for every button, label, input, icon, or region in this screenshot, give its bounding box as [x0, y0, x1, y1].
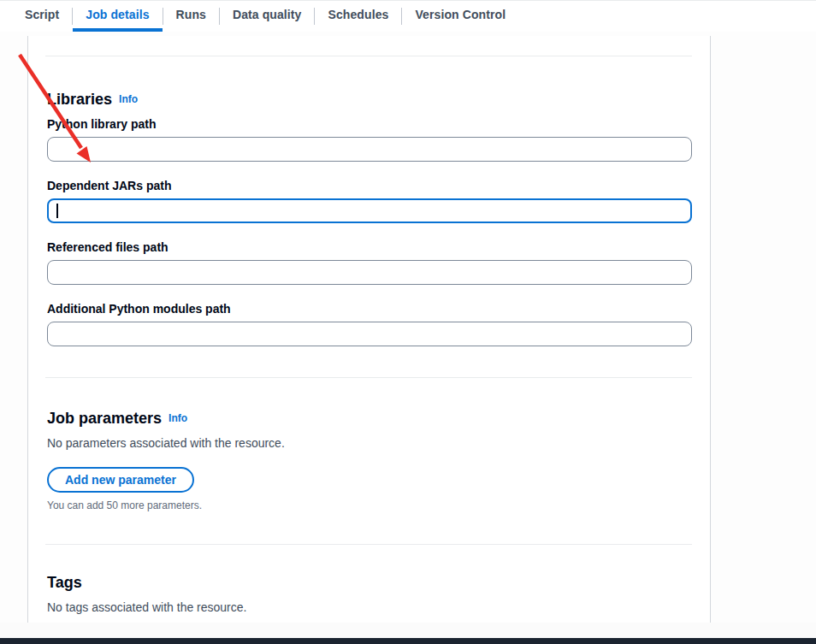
section-divider [45, 56, 692, 56]
add-new-parameter-button[interactable]: Add new parameter [47, 467, 194, 493]
tab-bar: Script Job details Runs Data quality Sch… [0, 1, 816, 32]
libraries-heading: Libraries [47, 90, 112, 109]
console-footer-bar [0, 638, 816, 644]
tab-runs[interactable]: Runs [163, 1, 219, 32]
tab-data-quality[interactable]: Data quality [220, 1, 315, 32]
tab-version-control[interactable]: Version Control [402, 1, 518, 32]
libraries-section-header: LibrariesInfo [47, 90, 692, 109]
additional-python-modules-path-input[interactable] [47, 322, 692, 346]
libraries-info-link[interactable]: Info [119, 93, 138, 105]
dependent-jars-path-label: Dependent JARs path [47, 178, 692, 193]
job-parameters-heading: Job parameters [47, 409, 162, 428]
tags-heading: Tags [47, 573, 82, 592]
section-divider [45, 544, 692, 545]
tags-empty-text: No tags associated with the resource. [47, 599, 692, 616]
python-library-path-input[interactable] [47, 137, 692, 162]
tags-section-header: Tags [47, 573, 692, 592]
job-parameters-helper-text: You can add 50 more parameters. [47, 499, 692, 511]
job-parameters-section-header: Job parametersInfo [47, 409, 692, 428]
referenced-files-path-label: Referenced files path [47, 239, 692, 255]
text-cursor [56, 204, 58, 218]
job-parameters-empty-text: No parameters associated with the resour… [47, 434, 692, 452]
tab-schedules[interactable]: Schedules [315, 1, 401, 32]
tab-script[interactable]: Script [12, 1, 72, 32]
job-details-panel: LibrariesInfo Python library path Depend… [27, 36, 711, 623]
job-parameters-info-link[interactable]: Info [169, 412, 187, 424]
section-divider [45, 377, 692, 378]
python-library-path-label: Python library path [47, 116, 692, 132]
page-bottom-gap [0, 623, 816, 638]
dependent-jars-path-input[interactable] [47, 198, 692, 223]
additional-python-modules-path-label: Additional Python modules path [47, 301, 692, 316]
referenced-files-path-input[interactable] [47, 260, 692, 285]
tab-job-details[interactable]: Job details [73, 1, 162, 32]
